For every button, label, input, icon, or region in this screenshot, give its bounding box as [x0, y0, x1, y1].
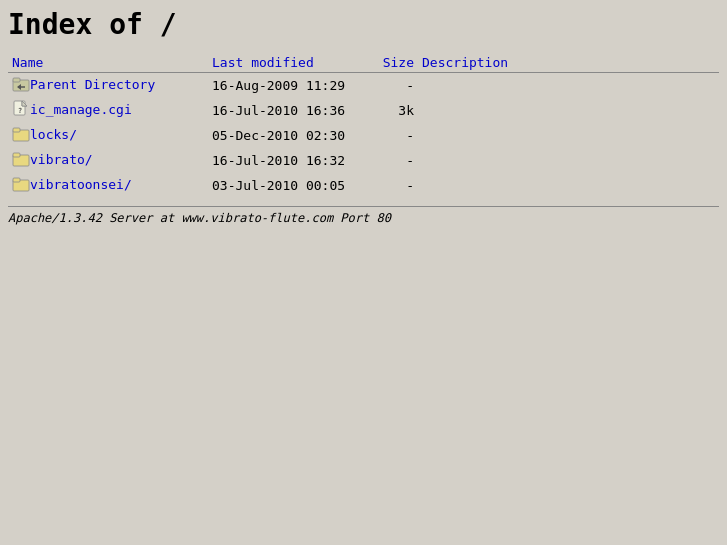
file-size: 3k: [368, 98, 418, 123]
svg-rect-8: [13, 128, 20, 132]
file-date: 16-Aug-2009 11:29: [208, 73, 368, 99]
header-size-link[interactable]: Size: [383, 55, 414, 70]
header-description-link[interactable]: Description: [422, 55, 508, 70]
page-title: Index of /: [8, 8, 719, 41]
svg-rect-12: [13, 178, 20, 182]
file-date: 05-Dec-2010 02:30: [208, 123, 368, 148]
file-size: -: [368, 123, 418, 148]
table-row: Parent Directory16-Aug-2009 11:29-: [8, 73, 719, 99]
file-date: 03-Jul-2010 00:05: [208, 173, 368, 198]
header-lastmod-link[interactable]: Last modified: [212, 55, 314, 70]
file-link[interactable]: Parent Directory: [30, 77, 155, 92]
file-icon: ? ic_manage.cgi: [12, 100, 132, 118]
table-header-row: Name Last modified Size Description: [8, 53, 719, 73]
table-row: vibrato/16-Jul-2010 16:32-: [8, 148, 719, 173]
svg-rect-1: [13, 78, 20, 82]
file-link[interactable]: ic_manage.cgi: [30, 102, 132, 117]
file-link[interactable]: vibrato/: [30, 152, 93, 167]
file-icon: vibrato/: [12, 150, 93, 168]
server-info: Apache/1.3.42 Server at www.vibrato-flut…: [8, 206, 719, 225]
file-icon: locks/: [12, 125, 77, 143]
file-description: [418, 173, 719, 198]
file-date: 16-Jul-2010 16:36: [208, 98, 368, 123]
file-link[interactable]: locks/: [30, 127, 77, 142]
svg-rect-10: [13, 153, 20, 157]
file-size: -: [368, 73, 418, 99]
header-name-link[interactable]: Name: [12, 55, 43, 70]
svg-text:?: ?: [18, 107, 22, 115]
file-date: 16-Jul-2010 16:32: [208, 148, 368, 173]
file-size: -: [368, 148, 418, 173]
table-row: ? ic_manage.cgi16-Jul-2010 16:363k: [8, 98, 719, 123]
file-description: [418, 123, 719, 148]
file-icon: vibratoonsei/: [12, 175, 132, 193]
table-row: locks/05-Dec-2010 02:30-: [8, 123, 719, 148]
file-size: -: [368, 173, 418, 198]
file-description: [418, 98, 719, 123]
file-description: [418, 73, 719, 99]
file-link[interactable]: vibratoonsei/: [30, 177, 132, 192]
file-icon: Parent Directory: [12, 75, 155, 93]
table-row: vibratoonsei/03-Jul-2010 00:05-: [8, 173, 719, 198]
file-description: [418, 148, 719, 173]
